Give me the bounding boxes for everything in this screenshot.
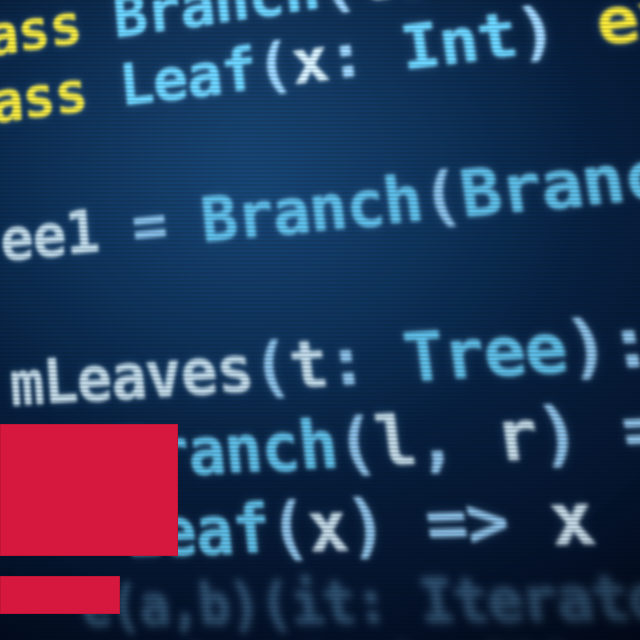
code-token: , [409,394,501,480]
code-token: ee1 [0,192,135,275]
code-token: Tree [399,307,572,398]
code-token: => [420,476,556,564]
code-token: = [129,184,205,263]
code-token: ): [559,297,640,388]
code-token [0,133,30,205]
code-token: Int [396,0,522,85]
code-token: : [323,13,406,94]
code-token: : [322,319,409,402]
code-token: ) [341,481,431,566]
screenshot-viewport: reeass Branch(left: Trass Leaf(x: Int) e… [0,0,640,640]
code-token [3,273,41,347]
code-token: ) [510,0,602,70]
code-token: ) [531,387,629,475]
overlay-logo-block [0,424,178,556]
overlay-logo-block-small [0,576,120,614]
